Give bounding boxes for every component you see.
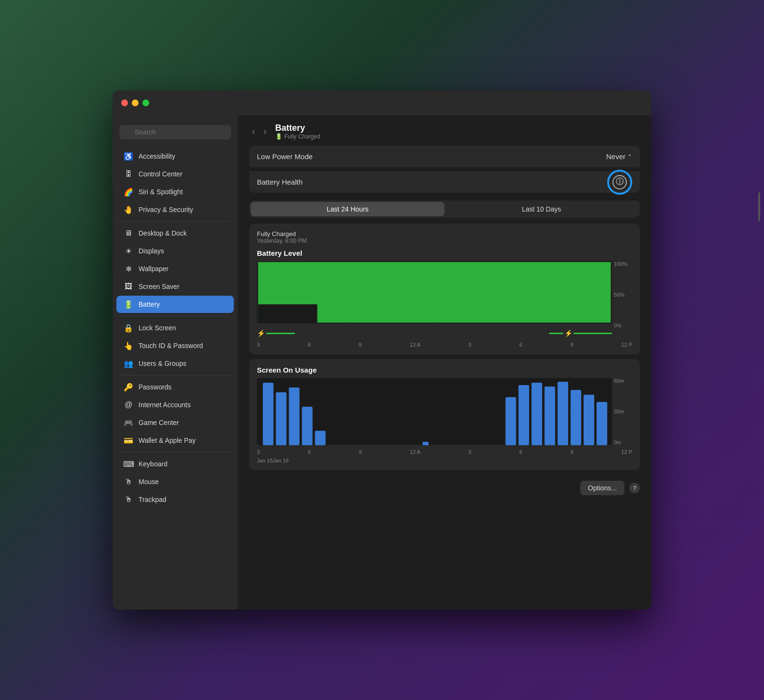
battery-level-chart-section: Fully Charged Yesterday, 6:00 PM Battery… (249, 224, 640, 354)
svg-rect-17 (263, 383, 273, 445)
sidebar-label-internet-accounts: Internet Accounts (139, 401, 191, 409)
sidebar-item-mouse[interactable]: 🖱Mouse (116, 473, 234, 490)
svg-rect-21 (315, 431, 326, 445)
help-button[interactable]: ? (629, 483, 640, 493)
sidebar-label-wallpaper: Wallpaper (139, 265, 169, 273)
sidebar-item-lock-screen[interactable]: 🔒Lock Screen (116, 319, 234, 337)
screen-y-0m: 0m (614, 439, 632, 445)
svg-rect-8 (258, 304, 317, 323)
sidebar-label-keyboard: Keyboard (139, 460, 167, 468)
sidebar-item-desktop-dock[interactable]: 🖥Desktop & Dock (116, 225, 234, 242)
sidebar-item-keyboard[interactable]: ⌨Keyboard (116, 455, 234, 473)
screen-x-9a: 9 (359, 449, 362, 455)
svg-rect-22 (422, 442, 428, 445)
sidebar-label-wallet-pay: Wallet & Apple Pay (139, 437, 196, 444)
charging-bar-left (266, 333, 295, 334)
low-power-mode-value[interactable]: Never ⌃ (606, 152, 632, 161)
search-container: 🔍 (113, 121, 238, 147)
sidebar-label-control-center: Control Center (139, 170, 182, 178)
svg-rect-30 (597, 402, 607, 445)
sidebar-item-users-groups[interactable]: 👥Users & Groups (116, 355, 234, 372)
page-title: Battery (275, 123, 320, 133)
svg-rect-26 (545, 387, 555, 445)
main-window: 🔍 ♿Accessibility🎛Control Center🌈Siri & S… (113, 90, 651, 610)
wallet-pay-icon: 💳 (123, 435, 134, 446)
sidebar-item-wallet-pay[interactable]: 💳Wallet & Apple Pay (116, 432, 234, 449)
sidebar-item-game-center[interactable]: 🎮Game Center (116, 414, 234, 431)
maximize-button[interactable] (142, 100, 149, 106)
battery-x-9a: 9 (359, 342, 362, 348)
sidebar-label-accessibility: Accessibility (139, 152, 175, 160)
internet-accounts-icon: @ (123, 400, 134, 410)
game-center-icon: 🎮 (123, 417, 134, 428)
close-button[interactable] (121, 100, 128, 106)
tab-last-24-hours[interactable]: Last 24 Hours (251, 202, 445, 216)
sidebar-divider-after-battery (119, 316, 231, 316)
sidebar-item-displays[interactable]: ☀Displays (116, 242, 234, 260)
tabs-container: Last 24 Hours Last 10 Days (249, 200, 640, 218)
sidebar-item-screen-saver[interactable]: 🖼Screen Saver (116, 278, 234, 295)
sidebar-divider-after-users-groups (119, 375, 231, 375)
sidebar-item-battery[interactable]: 🔋Battery (116, 296, 234, 313)
sidebar-divider-after-privacy-security (119, 221, 231, 222)
battery-y-labels: 100% 50% 0% (614, 261, 632, 328)
charging-bar-right (573, 333, 612, 334)
svg-rect-24 (519, 385, 529, 445)
sidebar-item-accessibility[interactable]: ♿Accessibility (116, 148, 234, 165)
screen-usage-chart-container: 60m 30m 0m (257, 378, 632, 445)
screen-x-9p: 9 (570, 449, 573, 455)
battery-x-6p: 6 (520, 342, 522, 348)
title-bar (113, 90, 651, 115)
sidebar-divider-after-wallet-pay (119, 452, 231, 452)
sidebar-item-touch-id[interactable]: 👆Touch ID & Password (116, 337, 234, 354)
charge-info-title: Fully Charged (257, 230, 632, 238)
screen-x-3a: 3 (257, 449, 260, 455)
back-button[interactable]: ‹ (249, 125, 258, 138)
battery-icon: 🔋 (123, 299, 134, 310)
screen-x-12p: 12 P (621, 449, 632, 455)
sidebar-item-passwords[interactable]: 🔑Passwords (116, 378, 234, 396)
info-button[interactable]: ⓘ (607, 170, 632, 195)
svg-rect-23 (506, 397, 516, 445)
search-input[interactable] (119, 125, 231, 139)
minimize-button[interactable] (132, 100, 139, 106)
battery-status-text: Fully Charged (284, 133, 320, 140)
main-body: Low Power Mode Never ⌃ Battery Health No… (238, 146, 651, 610)
battery-x-6a: 6 (308, 342, 311, 348)
lock-screen-icon: 🔒 (123, 323, 134, 333)
trackpad-icon: 🖱 (123, 494, 134, 505)
displays-icon: ☀ (123, 246, 134, 256)
charge-info: Fully Charged Yesterday, 6:00 PM (257, 230, 632, 244)
privacy-security-icon: 🤚 (123, 204, 134, 215)
sidebar-item-siri-spotlight[interactable]: 🌈Siri & Spotlight (116, 183, 234, 200)
battery-y-0: 0% (614, 323, 632, 328)
battery-x-9p: 9 (570, 342, 573, 348)
screen-saver-icon: 🖼 (123, 281, 134, 292)
screen-x-labels: 3 6 9 12 A 3 6 9 12 P (257, 449, 632, 455)
charging-bar-mid (549, 333, 563, 334)
battery-status-icon: 🔋 (275, 133, 282, 140)
forward-button[interactable]: › (261, 125, 269, 138)
battery-x-3p: 3 (469, 342, 471, 348)
passwords-icon: 🔑 (123, 382, 134, 392)
screen-y-30m: 30m (614, 409, 632, 414)
battery-chart-container: ⚡ ⚡ 100% 50% 0% (257, 261, 632, 328)
wallpaper-icon: ❄ (123, 263, 134, 274)
screen-y-labels: 60m 30m 0m (614, 378, 632, 445)
users-groups-icon: 👥 (123, 358, 134, 369)
tab-last-10-days[interactable]: Last 10 Days (445, 202, 638, 216)
sidebar-item-privacy-security[interactable]: 🤚Privacy & Security (116, 201, 234, 218)
date-spacer (289, 458, 632, 463)
search-wrapper: 🔍 (119, 125, 231, 139)
options-button[interactable]: Options... (580, 481, 624, 495)
chevron-up-icon: ⌃ (627, 153, 632, 160)
main-panel: ‹ › Battery 🔋 Fully Charged Low Power Mo… (238, 115, 651, 610)
sidebar-item-control-center[interactable]: 🎛Control Center (116, 165, 234, 183)
sidebar-item-trackpad[interactable]: 🖱Trackpad (116, 491, 234, 508)
date-labels: Jan 15 Jan 16 (257, 458, 632, 463)
sidebar-item-wallpaper[interactable]: ❄Wallpaper (116, 260, 234, 277)
svg-rect-20 (302, 407, 312, 445)
siri-spotlight-icon: 🌈 (123, 187, 134, 197)
sidebar-item-internet-accounts[interactable]: @Internet Accounts (116, 396, 234, 413)
charging-icon-right: ⚡ (564, 329, 573, 337)
